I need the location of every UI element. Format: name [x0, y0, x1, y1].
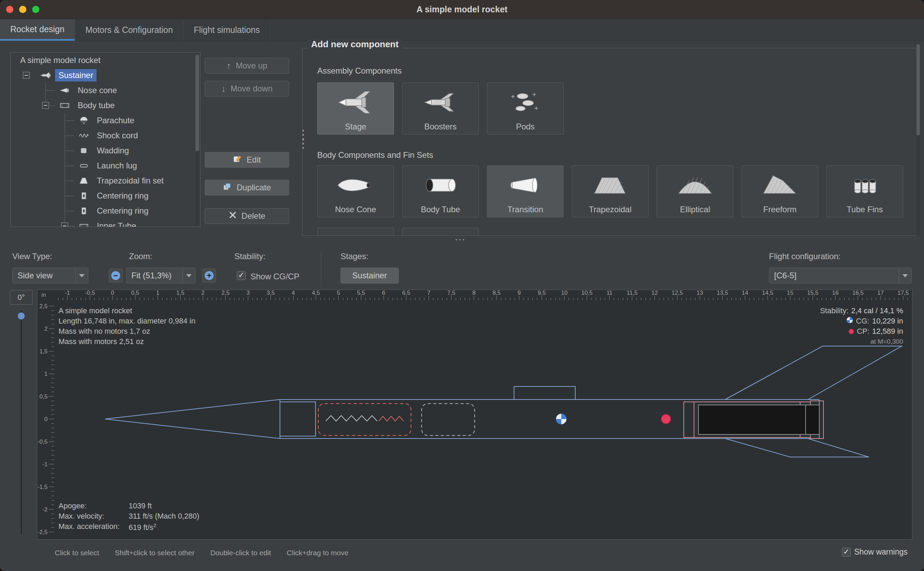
svg-text:13,5: 13,5 — [717, 290, 728, 296]
tree-item-label: Parachute — [94, 114, 137, 127]
edit-pencil-icon — [233, 154, 242, 165]
show-warnings-checkbox[interactable]: ✓ — [842, 548, 851, 557]
svg-text:3,5: 3,5 — [266, 290, 275, 296]
rotation-slider[interactable] — [21, 310, 22, 534]
svg-text:0: 0 — [45, 416, 48, 423]
tree-item-launch-lug[interactable]: Launch lug — [11, 158, 200, 173]
tree-item-centering-ring[interactable]: Centering ring — [11, 188, 200, 203]
tab-motors-configuration[interactable]: Motors & Configuration — [75, 19, 183, 41]
tree-item-centering-ring[interactable]: Centering ring — [11, 203, 200, 218]
tree-guide — [36, 173, 55, 188]
tab-rocket-design[interactable]: Rocket design — [0, 19, 75, 41]
stability-label: Stability: — [234, 252, 266, 261]
view-type-label: View Type: — [12, 252, 52, 261]
cg-value: 10,229 in — [872, 316, 903, 326]
rocket-view[interactable]: in -1-0,500,511,522,533,544,555,566,577,… — [37, 290, 912, 540]
window-title: A simple model rocket — [0, 0, 924, 19]
tree-item-body-tube[interactable]: Body tube — [11, 98, 200, 113]
view-type-select[interactable]: Side view — [12, 268, 88, 284]
tree-item-sustainer[interactable]: Sustainer — [11, 68, 200, 83]
tree-guide — [55, 188, 74, 203]
tree-item-wadding[interactable]: Wadding — [11, 143, 200, 158]
delete-x-icon — [229, 211, 237, 221]
app-window: A simple model rocket Rocket designMotor… — [0, 0, 924, 571]
tree-item-nose-cone[interactable]: Nose cone — [11, 83, 200, 98]
nosecone3d-icon — [335, 166, 376, 205]
svg-text:2,5: 2,5 — [222, 290, 229, 296]
tree-item-shock-cord[interactable]: Shock cord — [11, 128, 200, 143]
ruler-unit: in — [42, 292, 46, 298]
expand-handle-cell — [17, 68, 36, 83]
svg-text:8,5: 8,5 — [493, 290, 500, 296]
collapse-handle[interactable] — [61, 222, 68, 227]
svg-text:4,5: 4,5 — [312, 290, 320, 296]
svg-text:10,5: 10,5 — [581, 290, 592, 296]
tree-item-inner-tube[interactable]: Inner Tube — [11, 218, 200, 227]
component-button-clipped[interactable] — [317, 228, 394, 236]
panel-scrollbar[interactable] — [916, 42, 920, 236]
svg-text:-2: -2 — [42, 506, 48, 513]
vertical-ruler: -2,5-2-1,5-1-0,500,511,522,5 — [37, 301, 54, 539]
zoom-out-button[interactable]: − — [109, 269, 123, 282]
add-body-tube-button[interactable]: Body Tube — [402, 165, 479, 218]
svg-text:11,5: 11,5 — [627, 290, 638, 296]
tree-scrollbar[interactable] — [196, 54, 199, 225]
tree-item-trapezoidal-fin-set[interactable]: Trapezoidal fin set — [11, 173, 200, 188]
add-tube-fins-button[interactable]: Tube Fins — [827, 165, 903, 218]
add-trapezoidal-button[interactable]: Trapezoidal — [572, 165, 648, 218]
tree-item-parachute[interactable]: Parachute — [11, 113, 200, 128]
add-boosters-button[interactable]: Boosters — [402, 82, 479, 134]
rotation-slider-knob[interactable] — [17, 312, 25, 320]
cg-label: CG: — [856, 316, 869, 326]
group-label-assembly-components: Assembly Components — [317, 66, 402, 76]
cg-marker — [556, 414, 567, 424]
component-button-label: Boosters — [424, 122, 457, 131]
hint-double-click-to-edit: Double-click to edit — [210, 549, 271, 557]
zoom-in-button[interactable]: + — [202, 269, 216, 282]
rocket-info: A simple model rocketLength 16,748 in, m… — [59, 306, 196, 347]
add-transition-button[interactable]: Transition — [487, 165, 564, 218]
tree-guide — [36, 158, 55, 173]
add-nose-cone-button[interactable]: Nose Cone — [317, 165, 394, 218]
svg-text:1,5: 1,5 — [39, 348, 48, 355]
pods-icon — [505, 83, 546, 122]
add-pods-button[interactable]: Pods — [487, 82, 564, 134]
duplicate-button[interactable]: Duplicate — [205, 180, 289, 196]
ellipfin-icon — [675, 166, 716, 205]
split-divider-handle[interactable]: ⋯ — [454, 233, 465, 246]
tree-item-a-simple-model-rocket[interactable]: A simple model rocket — [11, 53, 200, 68]
collapse-handle[interactable] — [42, 102, 49, 109]
add-elliptical-button[interactable]: Elliptical — [657, 165, 733, 218]
tree-guide — [17, 98, 36, 113]
collapse-handle[interactable] — [23, 72, 30, 79]
fin-icon — [74, 173, 94, 188]
view-type-value: Side view — [13, 271, 75, 280]
flight-config-select[interactable]: [C6-5] — [769, 268, 912, 284]
tree-item-label: Sustainer — [55, 69, 97, 82]
status-hints: Click to selectShift+click to select oth… — [55, 549, 348, 557]
svg-text:-0,5: -0,5 — [85, 290, 95, 296]
stage-toggle-sustainer[interactable]: Sustainer — [340, 268, 399, 284]
add-stage-button[interactable]: Stage — [317, 82, 394, 134]
move-down-button[interactable]: ↓ Move down — [205, 81, 289, 97]
edit-button[interactable]: Edit — [205, 152, 289, 168]
tree-guide — [36, 203, 55, 218]
tree-guide — [55, 128, 74, 143]
tab-flight-simulations[interactable]: Flight simulations — [183, 19, 270, 41]
delete-button[interactable]: Delete — [205, 208, 289, 224]
tree-guide — [17, 83, 36, 98]
tree-guide — [17, 173, 36, 188]
component-button-clipped[interactable] — [402, 228, 479, 236]
component-tree[interactable]: A simple model rocketSustainerNose coneB… — [10, 52, 200, 227]
ring-icon — [74, 203, 94, 218]
add-freeform-button[interactable]: Freeform — [742, 165, 818, 218]
zoom-select[interactable]: Fit (51,3%) — [126, 268, 196, 284]
stability-value: 2,4 cal / 14,1 % — [851, 306, 903, 316]
plus-icon: + — [205, 271, 214, 280]
svg-text:10: 10 — [561, 290, 568, 296]
svg-text:6,5: 6,5 — [402, 290, 410, 296]
tree-guide — [55, 158, 74, 173]
move-up-button[interactable]: ↑ Move up — [205, 58, 289, 74]
tree-guide — [36, 143, 55, 158]
show-cgcp-checkbox[interactable]: ✓ — [237, 271, 246, 280]
